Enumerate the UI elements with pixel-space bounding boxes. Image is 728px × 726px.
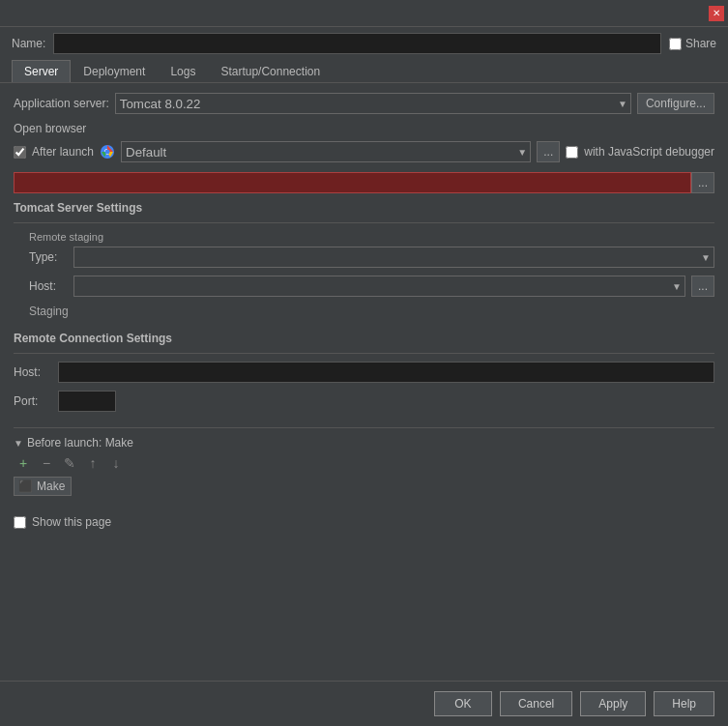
type-label: Type: (29, 250, 68, 264)
ok-button[interactable]: OK (434, 691, 492, 716)
browser-select[interactable]: Default (121, 141, 531, 162)
open-browser-section: Open browser After launch Default (14, 122, 714, 162)
url-input[interactable] (14, 172, 691, 193)
staging-host-label: Host: (29, 279, 68, 293)
remote-connection-section: Remote Connection Settings Host: Port: (14, 332, 714, 412)
name-row: Name: Share (0, 27, 728, 60)
before-launch-section: ▼ Before launch: Make + − ✎ ↑ ↓ ⬛ Make (14, 427, 714, 496)
remote-port-label: Port: (14, 394, 52, 408)
remote-host-label: Host: (14, 365, 52, 379)
url-row: ... (14, 172, 714, 193)
browser-select-wrapper: Default ▼ (121, 141, 531, 162)
app-server-label: Application server: (14, 97, 109, 110)
close-button[interactable]: ✕ (709, 6, 724, 21)
after-launch-label: After launch (32, 145, 94, 159)
app-server-select-wrapper: Tomcat 8.0.22 ▼ (115, 93, 631, 114)
remote-port-input[interactable] (58, 391, 116, 412)
cancel-button[interactable]: Cancel (500, 691, 572, 716)
remove-button[interactable]: − (37, 453, 56, 473)
js-debugger-label: with JavaScript debugger (584, 145, 714, 159)
url-ellipsis-button[interactable]: ... (691, 172, 714, 193)
remote-staging-label: Remote staging (29, 231, 714, 243)
open-browser-label: Open browser (14, 122, 714, 135)
dialog-footer: OK Cancel Apply Help (0, 681, 728, 726)
type-select[interactable] (73, 247, 714, 268)
make-list-item[interactable]: ⬛ Make (14, 477, 72, 496)
type-row: Type: ▼ (29, 247, 714, 268)
staging-host-select-wrapper: ▼ (73, 276, 685, 297)
make-icon: ⬛ (18, 479, 33, 493)
remote-conn-title: Remote Connection Settings (14, 332, 714, 345)
add-button[interactable]: + (14, 453, 33, 473)
svg-point-2 (105, 150, 110, 155)
type-select-wrapper: ▼ (73, 247, 714, 268)
staging-host-row: Host: ▼ ... (29, 276, 714, 297)
move-down-button[interactable]: ↓ (106, 453, 126, 473)
show-page-row: Show this page (14, 508, 714, 537)
apply-button[interactable]: Apply (580, 691, 646, 716)
content-area: Application server: Tomcat 8.0.22 ▼ Conf… (0, 83, 728, 681)
divider-1 (14, 222, 714, 223)
share-checkbox-row: Share (669, 37, 716, 50)
name-label: Name: (12, 37, 45, 50)
configure-button[interactable]: Configure... (637, 93, 714, 114)
edit-button[interactable]: ✎ (60, 453, 79, 473)
app-server-row: Application server: Tomcat 8.0.22 ▼ Conf… (14, 93, 714, 114)
remote-host-input[interactable] (58, 362, 714, 383)
js-debugger-checkbox[interactable] (566, 146, 578, 159)
remote-staging-section: Remote staging Type: ▼ Host: ▼ (14, 231, 714, 318)
share-checkbox[interactable] (669, 38, 682, 50)
show-page-checkbox[interactable] (14, 516, 26, 529)
staging-host-ellipsis-button[interactable]: ... (691, 276, 714, 297)
tab-deployment[interactable]: Deployment (71, 60, 158, 82)
help-button[interactable]: Help (654, 691, 714, 716)
show-page-label: Show this page (32, 515, 111, 529)
before-launch-toolbar: + − ✎ ↑ ↓ (14, 453, 714, 473)
tab-server[interactable]: Server (12, 60, 71, 82)
name-input[interactable] (53, 33, 661, 54)
after-launch-row: After launch Default ▼ ... (14, 141, 714, 162)
remote-port-row: Port: (14, 391, 714, 412)
after-launch-checkbox[interactable] (14, 146, 26, 159)
tomcat-settings-title: Tomcat Server Settings (14, 201, 714, 215)
staging-host-select[interactable] (73, 276, 685, 297)
before-launch-label: Before launch: Make (27, 436, 133, 450)
move-up-button[interactable]: ↑ (83, 453, 102, 473)
chrome-icon (100, 144, 115, 160)
run-configuration-dialog: ✕ Name: Share Server Deployment Logs Sta… (0, 0, 728, 726)
app-server-select[interactable]: Tomcat 8.0.22 (115, 93, 631, 114)
tab-logs[interactable]: Logs (158, 60, 208, 82)
tab-startup-connection[interactable]: Startup/Connection (208, 60, 333, 82)
tabs-row: Server Deployment Logs Startup/Connectio… (0, 60, 728, 83)
share-label: Share (685, 37, 716, 50)
browser-ellipsis-button[interactable]: ... (537, 141, 560, 162)
remote-host-row: Host: (14, 362, 714, 383)
title-bar: ✕ (0, 0, 728, 27)
staging-label: Staging (29, 305, 714, 318)
divider-2 (14, 353, 714, 354)
before-launch-triangle-icon: ▼ (14, 438, 23, 449)
make-label: Make (37, 479, 65, 493)
before-launch-header[interactable]: ▼ Before launch: Make (14, 436, 714, 450)
